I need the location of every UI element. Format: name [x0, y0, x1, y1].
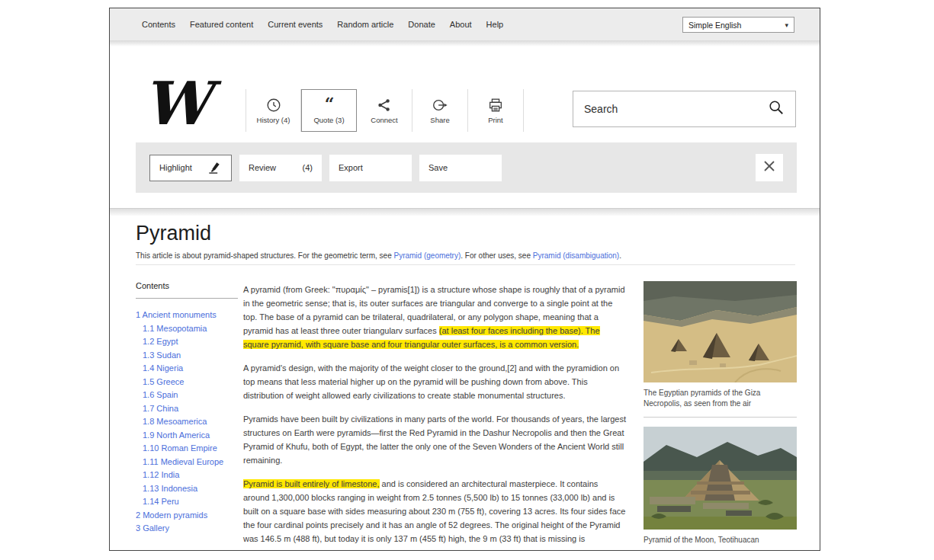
toc-item-1-2-egypt[interactable]: 1.2 Egypt — [136, 335, 238, 349]
export-button[interactable]: Export — [329, 155, 412, 181]
toc-item-1-14-peru[interactable]: 1.14 Peru — [136, 495, 238, 509]
toc-item-1-13-indonesia[interactable]: 1.13 Indonesia — [136, 482, 238, 496]
toc-item-1-11-medieval-europe[interactable]: 1.11 Medieval Europe — [136, 456, 238, 469]
body-text: and is considered an architectural maste… — [243, 479, 625, 543]
article-body: A pyramid (from Greek: "πυραμίς" – pyram… — [243, 283, 626, 551]
article-paragraph: A pyramid's design, with the majority of… — [243, 361, 626, 402]
figure-caption: The Egyptian pyramids of the Giza Necrop… — [644, 388, 797, 409]
body-text: A pyramid's design, with the majority of… — [243, 363, 619, 400]
clock-icon — [265, 97, 282, 114]
toc-item-3-gallery[interactable]: 3 Gallery — [136, 522, 238, 536]
share-arrow-icon — [432, 97, 448, 114]
hatnote-link[interactable]: Pyramid (geometry) — [393, 251, 461, 260]
nav-link-featured-content[interactable]: Featured content — [190, 20, 253, 29]
tool-label: Quote (3) — [313, 116, 344, 124]
button-label: Review — [249, 163, 276, 172]
tool-quote-3[interactable]: “Quote (3) — [301, 89, 357, 132]
button-label: Highlight — [159, 163, 192, 172]
button-label: Export — [339, 163, 363, 172]
action-buttons: HighlightReview(4)ExportSave — [136, 155, 502, 181]
page-title: Pyramid — [136, 222, 211, 245]
section-divider — [110, 208, 820, 216]
toc-rule — [136, 298, 238, 299]
article-area: Pyramid This article is about pyramid-sh… — [110, 216, 820, 550]
tool-connect[interactable]: Connect — [357, 89, 412, 132]
hatnote-text: . For other uses, see — [461, 251, 533, 260]
browser-page-frame: ContentsFeatured contentCurrent eventsRa… — [109, 8, 820, 551]
toc-item-1-4-nigeria[interactable]: 1.4 Nigeria — [136, 362, 238, 376]
figure-giza: The Egyptian pyramids of the Giza Necrop… — [644, 281, 797, 418]
hatnote-link[interactable]: Pyramid (disambiguation) — [533, 251, 619, 260]
nav-link-contents[interactable]: Contents — [142, 20, 175, 29]
chevron-down-icon: ▾ — [785, 21, 788, 29]
tool-label: Print — [488, 116, 503, 124]
highlight-button[interactable]: Highlight — [149, 155, 232, 181]
language-selector[interactable]: Simple English ▾ — [682, 17, 794, 33]
article-paragraph: A pyramid (from Greek: "πυραμίς" – pyram… — [243, 283, 626, 351]
toc-item-1-7-china[interactable]: 1.7 China — [136, 402, 238, 416]
pyramid-of-the-moon-image[interactable] — [644, 427, 797, 530]
top-nav-links: ContentsFeatured contentCurrent eventsRa… — [142, 20, 503, 29]
toc-item-1-12-india[interactable]: 1.12 India — [136, 469, 238, 482]
highlighter-icon — [207, 160, 222, 175]
tool-share[interactable]: Share — [412, 89, 468, 132]
article-paragraph: Pyramids have been built by civilization… — [243, 412, 626, 467]
nav-link-donate[interactable]: Donate — [408, 20, 435, 29]
toc-item-1-9-north-america[interactable]: 1.9 North America — [136, 429, 238, 443]
review-button[interactable]: Review(4) — [239, 155, 322, 181]
top-nav-bar: ContentsFeatured contentCurrent eventsRa… — [110, 8, 820, 40]
toc-heading: Contents — [136, 281, 238, 290]
giza-aerial-image[interactable] — [644, 281, 797, 382]
header-toolbar: History (4)“Quote (3)ConnectSharePrint — [246, 89, 524, 132]
nav-link-about[interactable]: About — [450, 20, 472, 29]
article-paragraph: Pyramid is built entirely of limestone, … — [243, 477, 626, 546]
close-toolbar-button[interactable] — [756, 154, 783, 181]
quote-icon: “ — [321, 97, 338, 114]
tool-label: Connect — [371, 116, 397, 124]
share-nodes-icon — [376, 97, 393, 114]
hatnote: This article is about pyramid-shaped str… — [136, 251, 795, 260]
save-button[interactable]: Save — [419, 155, 502, 181]
search-icon[interactable] — [768, 99, 785, 119]
wiki-logo[interactable]: W — [143, 69, 210, 138]
printer-icon — [487, 97, 504, 114]
tool-label: Share — [430, 116, 449, 124]
figure-teotihuacan: Pyramid of the Moon, Teotihuacan — [644, 427, 797, 551]
nav-link-help[interactable]: Help — [486, 20, 504, 29]
language-selector-value: Simple English — [688, 21, 741, 30]
figure-caption: Pyramid of the Moon, Teotihuacan — [644, 535, 797, 546]
toc-item-1-ancient-monuments[interactable]: 1 Ancient monuments — [136, 309, 238, 322]
toc-items: 1 Ancient monuments1.1 Mesopotamia1.2 Eg… — [136, 309, 238, 536]
hatnote-rule — [136, 264, 795, 265]
nav-link-current-events[interactable]: Current events — [268, 20, 323, 29]
toc-item-1-8-mesoamerica[interactable]: 1.8 Mesoamerica — [136, 415, 238, 429]
toc-item-1-5-greece[interactable]: 1.5 Greece — [136, 376, 238, 389]
toc-item-1-1-mesopotamia[interactable]: 1.1 Mesopotamia — [136, 322, 238, 336]
tool-label: History (4) — [257, 116, 290, 124]
toc-item-1-6-spain[interactable]: 1.6 Spain — [136, 389, 238, 402]
table-of-contents: Contents 1 Ancient monuments1.1 Mesopota… — [136, 281, 238, 536]
search-input[interactable] — [584, 103, 768, 115]
body-text: Pyramids have been built by civilization… — [243, 414, 626, 465]
hatnote-text: . — [619, 251, 621, 260]
toc-item-2-modern-pyramids[interactable]: 2 Modern pyramids — [136, 509, 238, 523]
toc-item-1-3-sudan[interactable]: 1.3 Sudan — [136, 349, 238, 363]
search-box — [573, 91, 796, 127]
hatnote-text: This article is about pyramid-shaped str… — [136, 251, 393, 260]
tool-history-4[interactable]: History (4) — [246, 89, 301, 132]
highlighted-text: Pyramid is built entirely of limestone, — [243, 479, 380, 488]
toc-item-1-10-roman-empire[interactable]: 1.10 Roman Empire — [136, 442, 238, 456]
nav-link-random-article[interactable]: Random article — [337, 20, 393, 29]
close-icon — [763, 160, 775, 175]
tool-print[interactable]: Print — [468, 89, 524, 132]
svg-text:“: “ — [324, 97, 334, 114]
figure-column: The Egyptian pyramids of the Giza Necrop… — [644, 281, 797, 551]
button-label: Save — [428, 163, 448, 172]
button-count: (4) — [303, 163, 313, 172]
annotation-toolbar: HighlightReview(4)ExportSave — [136, 142, 797, 193]
